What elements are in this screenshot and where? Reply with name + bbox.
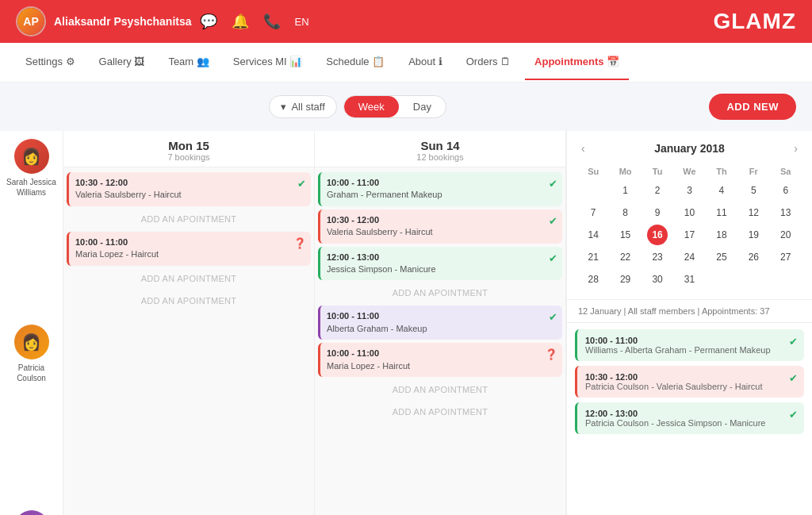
check-icon: ✔ xyxy=(789,336,798,348)
nav-team[interactable]: Team 👥 xyxy=(159,44,218,80)
nav-services[interactable]: Services MI 📊 xyxy=(224,44,312,80)
nav-settings[interactable]: Settings ⚙ xyxy=(16,44,85,80)
cal-day-24[interactable]: 24 xyxy=(679,247,699,267)
cal-day-11[interactable]: 11 xyxy=(711,202,732,223)
cal-day-31[interactable]: 31 xyxy=(679,269,699,290)
bell-icon[interactable]: 🔔 xyxy=(232,13,249,30)
appt-card[interactable]: 10:00 - 11:00 Maria Lopez - Haircut ❓ xyxy=(318,343,562,377)
appt-list-item[interactable]: 10:00 - 11:00 Williams - Alberta Graham … xyxy=(575,329,804,361)
appt-card[interactable]: 10:00 - 11:00 Alberta Graham - Makeup ✔ xyxy=(318,306,562,340)
user-name: Aliaksandr Psyshchanitsa xyxy=(54,15,192,28)
appt-card[interactable]: 10:30 - 12:00 Valeria Saulsberry - Hairc… xyxy=(318,209,562,244)
appt-name: Maria Lopez - Haircut xyxy=(75,248,304,260)
dow-fr: Fr xyxy=(738,164,768,179)
cal-day-18[interactable]: 18 xyxy=(711,225,732,245)
add-appointment-link[interactable]: ADD AN APOINTMENT xyxy=(67,291,311,310)
cal-day-3[interactable]: 3 xyxy=(679,180,699,201)
cal-day-26[interactable]: 26 xyxy=(743,247,764,267)
bookings-count-mon15: 7 bookings xyxy=(70,152,308,162)
staff-name-patricia: PatriciaCoulson xyxy=(17,363,46,383)
phone-icon[interactable]: 📞 xyxy=(263,13,281,30)
add-new-button[interactable]: ADD NEW xyxy=(709,94,796,120)
cal-day-20[interactable]: 20 xyxy=(776,225,796,245)
cal-day-17[interactable]: 17 xyxy=(679,225,699,245)
cal-day-2[interactable]: 2 xyxy=(647,180,668,201)
appt-list-item[interactable]: 12:00 - 13:00 Patricia Coulson - Jessica… xyxy=(575,402,804,434)
day-header-sun14: Sun 14 12 bookings xyxy=(315,131,565,167)
staff-filter-label: All staff xyxy=(291,101,324,113)
question-icon: ❓ xyxy=(293,236,306,251)
language-selector[interactable]: EN xyxy=(295,16,309,28)
nav-gallery[interactable]: Gallery 🖼 xyxy=(90,44,155,80)
user-avatar[interactable]: AP xyxy=(16,6,46,37)
cal-day-13[interactable]: 13 xyxy=(776,202,796,223)
cal-day-9[interactable]: 9 xyxy=(647,202,668,223)
cal-day-10[interactable]: 10 xyxy=(679,202,699,223)
cal-day-4[interactable]: 4 xyxy=(711,180,732,201)
add-appointment-link[interactable]: ADD AN APOINTMENT xyxy=(318,380,562,399)
al-time: 12:00 - 13:00 xyxy=(585,409,796,418)
main-content: 👩 Sarah JessicaWilliams 👩 PatriciaCoulso… xyxy=(0,131,812,515)
cal-day-7[interactable]: 7 xyxy=(583,202,603,223)
cal-day-6[interactable]: 6 xyxy=(776,180,796,201)
appt-card[interactable]: 12:00 - 13:00 Jessica Simpson - Manicure… xyxy=(318,247,562,281)
staff-name-sarah: Sarah JessicaWilliams xyxy=(6,177,56,198)
day-col-sun14: Sun 14 12 bookings 10:00 - 11:00 Graham … xyxy=(315,131,566,515)
appt-card[interactable]: 10:00 - 11:00 Maria Lopez - Haircut ❓ xyxy=(67,232,311,266)
toolbar: ▾ All staff Week Day ADD NEW xyxy=(0,83,812,131)
cal-day-8[interactable]: 8 xyxy=(615,202,636,223)
prev-month-button[interactable]: ‹ xyxy=(578,140,588,156)
week-view-button[interactable]: Week xyxy=(344,96,399,117)
appt-time: 10:30 - 12:00 xyxy=(75,177,304,189)
day-label-sun14: Sun 14 xyxy=(321,139,559,152)
appt-time: 10:00 - 11:00 xyxy=(327,310,556,322)
cal-day-30[interactable]: 30 xyxy=(647,269,668,290)
check-icon: ✔ xyxy=(549,214,557,229)
cal-day-14[interactable]: 14 xyxy=(583,225,603,245)
cal-day-29[interactable]: 29 xyxy=(615,269,636,290)
appt-card[interactable]: 10:30 - 12:00 Valeria Saulsberry - Hairc… xyxy=(67,172,311,206)
add-appointment-link[interactable]: ADD AN APOINTMENT xyxy=(67,209,311,229)
add-appointment-link[interactable]: ADD AN APOINTMENT xyxy=(67,269,311,288)
secondary-navigation: Settings ⚙ Gallery 🖼 Team 👥 Services MI … xyxy=(0,43,812,83)
nav-appointments[interactable]: Appointments 📅 xyxy=(525,44,629,80)
appt-list-item[interactable]: 10:30 - 12:00 Patricia Coulson - Valeria… xyxy=(575,366,804,398)
cal-day-empty xyxy=(711,269,732,290)
add-appointment-link[interactable]: ADD AN APOINTMENT xyxy=(318,283,562,302)
toolbar-left: ▾ All staff Week Day xyxy=(16,95,699,118)
staff-sidebar: 👩 Sarah JessicaWilliams 👩 PatriciaCoulso… xyxy=(0,131,63,515)
nav-schedule[interactable]: Schedule 📋 xyxy=(316,44,394,80)
day-columns: Mon 15 7 bookings 10:30 - 12:00 Valeria … xyxy=(63,131,566,515)
cal-day-21[interactable]: 21 xyxy=(583,247,603,267)
check-icon: ✔ xyxy=(789,372,798,384)
cal-day-12[interactable]: 12 xyxy=(743,202,764,223)
app-logo: GLAMZ xyxy=(713,9,796,34)
cal-day-23[interactable]: 23 xyxy=(647,247,668,267)
appt-card[interactable]: 10:00 - 11:00 Graham - Permanent Makeup … xyxy=(318,172,562,206)
cal-day-1[interactable]: 1 xyxy=(615,180,636,201)
day-view-button[interactable]: Day xyxy=(399,96,446,117)
staff-avatar-patricia: 👩 xyxy=(14,325,49,359)
cal-day-25[interactable]: 25 xyxy=(711,247,732,267)
add-appointment-link[interactable]: ADD AN APOINTMENT xyxy=(318,402,562,421)
staff-filter[interactable]: ▾ All staff xyxy=(269,95,336,118)
cal-day-empty xyxy=(743,269,764,290)
avatar-initials: AP xyxy=(17,8,44,35)
cal-day-5[interactable]: 5 xyxy=(743,180,764,201)
cal-day-15[interactable]: 15 xyxy=(615,225,636,245)
cal-day-19[interactable]: 19 xyxy=(743,225,764,245)
appt-name: Graham - Permanent Makeup xyxy=(327,189,556,201)
chat-icon[interactable]: 💬 xyxy=(200,13,217,30)
cal-day-16-today[interactable]: 16 xyxy=(647,225,668,245)
nav-orders[interactable]: Orders 🗒 xyxy=(457,44,520,80)
dow-su: Su xyxy=(578,164,608,179)
next-month-button[interactable]: › xyxy=(791,140,801,156)
staff-avatar-linda: 👩 xyxy=(14,510,49,515)
day-body-mon15: 10:30 - 12:00 Valeria Saulsberry - Hairc… xyxy=(63,167,314,515)
cal-day-27[interactable]: 27 xyxy=(776,247,796,267)
cal-day-22[interactable]: 22 xyxy=(615,247,636,267)
cal-day-28[interactable]: 28 xyxy=(583,269,603,290)
cal-day-empty xyxy=(776,269,796,290)
check-icon: ✔ xyxy=(549,310,557,325)
nav-about[interactable]: About ℹ xyxy=(399,44,452,80)
